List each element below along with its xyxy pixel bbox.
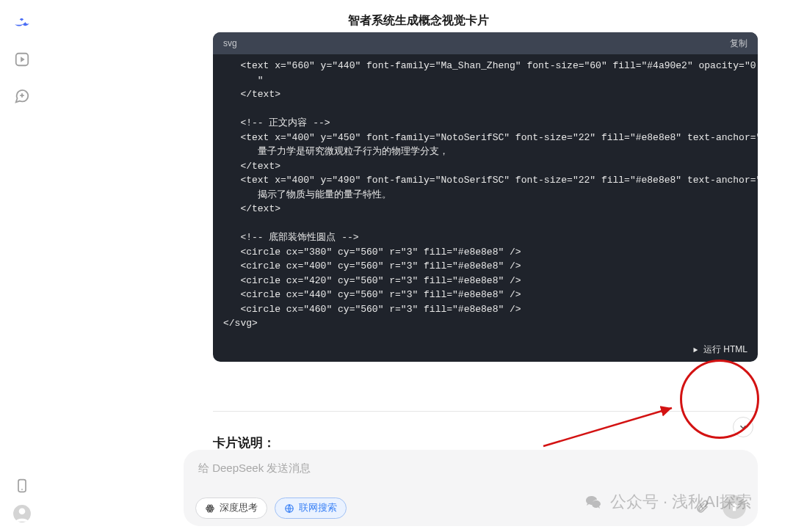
- copy-button[interactable]: 复制: [730, 37, 747, 50]
- avatar-icon[interactable]: [12, 504, 32, 523]
- message-input-area[interactable]: 给 DeepSeek 发送消息 深度思考 联网搜索: [184, 450, 758, 526]
- atom-icon: [205, 503, 215, 514]
- new-chat-icon[interactable]: [12, 87, 32, 106]
- collapse-button[interactable]: [733, 417, 753, 437]
- arrow-up-icon: [728, 501, 740, 513]
- paperclip-icon: [695, 500, 709, 514]
- play-icon: [692, 346, 699, 354]
- net-search-chip[interactable]: 联网搜索: [275, 498, 347, 519]
- message-input-placeholder: 给 DeepSeek 发送消息: [197, 459, 745, 478]
- svg-line-9: [543, 408, 672, 446]
- page-title: 智者系统生成概念视觉卡片: [44, 0, 793, 36]
- deep-think-chip[interactable]: 深度思考: [195, 498, 267, 519]
- svg-point-3: [19, 508, 26, 514]
- divider: [213, 411, 758, 412]
- code-content[interactable]: <text x="660" y="440" font-family="Ma_Sh…: [213, 54, 758, 338]
- svg-point-4: [209, 507, 211, 509]
- send-button[interactable]: [723, 495, 746, 519]
- attachment-button[interactable]: [690, 495, 714, 519]
- mobile-icon[interactable]: [12, 476, 32, 495]
- code-block: svg 复制 <text x="660" y="440" font-family…: [213, 32, 758, 362]
- chevron-down-icon: [738, 422, 748, 432]
- run-html-button[interactable]: 运行 HTML: [213, 338, 758, 362]
- globe-icon: [284, 503, 294, 514]
- code-language-label: svg: [223, 38, 237, 48]
- play-square-icon[interactable]: [12, 50, 32, 69]
- logo-whale-icon[interactable]: [12, 13, 32, 32]
- card-description-heading: 卡片说明：: [213, 434, 275, 451]
